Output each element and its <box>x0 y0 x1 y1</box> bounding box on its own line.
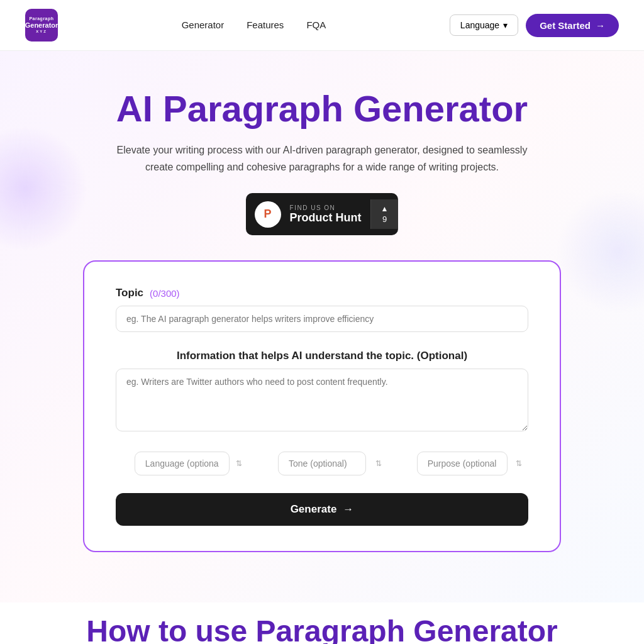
ph-logo: P <box>255 201 281 228</box>
generate-arrow-icon: → <box>343 503 353 516</box>
ph-upvote[interactable]: ▲ 9 <box>370 199 399 229</box>
nav-right: Language ▾ Get Started → <box>450 14 619 37</box>
selects-row: Language (optiona Tone (optional) Purpos… <box>116 452 528 475</box>
hero-section: AI Paragraph Generator Elevate your writ… <box>0 51 644 602</box>
ph-text: FIND US ON Product Hunt <box>290 204 362 225</box>
logo-line3: XYZ <box>36 30 47 34</box>
nav-features[interactable]: Features <box>247 19 284 30</box>
nav-links: Generator Features FQA <box>182 19 326 31</box>
language-select-wrapper: Language (optiona <box>116 452 248 475</box>
form-card: Topic (0/300) Information that helps AI … <box>83 260 561 552</box>
ph-logo-letter: P <box>264 208 272 221</box>
hero-title: AI Paragraph Generator <box>13 89 631 129</box>
generate-label: Generate <box>291 503 337 516</box>
language-select[interactable]: Language (optiona <box>135 452 230 475</box>
tone-select-wrapper: Tone (optional) <box>256 452 389 475</box>
topic-label: Topic <box>116 287 143 299</box>
purpose-select-wrapper: Purpose (optional <box>396 452 528 475</box>
logo-image: Paragraph Generator XYZ <box>25 9 58 42</box>
navbar: Paragraph Generator XYZ Generator Featur… <box>0 0 644 51</box>
logo-line2: Generator <box>25 21 58 30</box>
info-label: Information that helps AI understand the… <box>116 350 528 362</box>
char-count: (0/300) <box>150 288 180 299</box>
product-hunt-badge[interactable]: P FIND US ON Product Hunt ▲ 9 <box>246 193 399 235</box>
how-to-title: How to use Paragraph Generator <box>13 615 631 644</box>
arrow-right-icon: → <box>596 20 605 31</box>
upvote-count: 9 <box>382 214 387 224</box>
topic-input[interactable] <box>116 306 528 332</box>
upvote-arrow: ▲ <box>381 204 389 213</box>
language-button[interactable]: Language ▾ <box>450 14 518 36</box>
chevron-down-icon: ▾ <box>503 20 508 30</box>
tone-select[interactable]: Tone (optional) <box>278 452 366 475</box>
how-to-section: How to use Paragraph Generator <box>0 602 644 644</box>
get-started-label: Get Started <box>540 20 591 31</box>
logo[interactable]: Paragraph Generator XYZ <box>25 9 58 42</box>
language-label: Language <box>460 20 499 30</box>
nav-fqa[interactable]: FQA <box>306 19 326 30</box>
generate-button[interactable]: Generate → <box>116 493 528 526</box>
info-textarea[interactable] <box>116 369 528 431</box>
nav-generator[interactable]: Generator <box>182 19 225 30</box>
ph-name: Product Hunt <box>290 211 362 225</box>
purpose-select[interactable]: Purpose (optional <box>417 452 508 475</box>
get-started-button[interactable]: Get Started → <box>526 14 619 37</box>
logo-line1: Paragraph <box>29 16 53 21</box>
topic-label-row: Topic (0/300) <box>116 287 528 299</box>
hero-subtitle: Elevate your writing process with our AI… <box>108 142 536 175</box>
ph-find-us: FIND US ON <box>290 204 362 211</box>
